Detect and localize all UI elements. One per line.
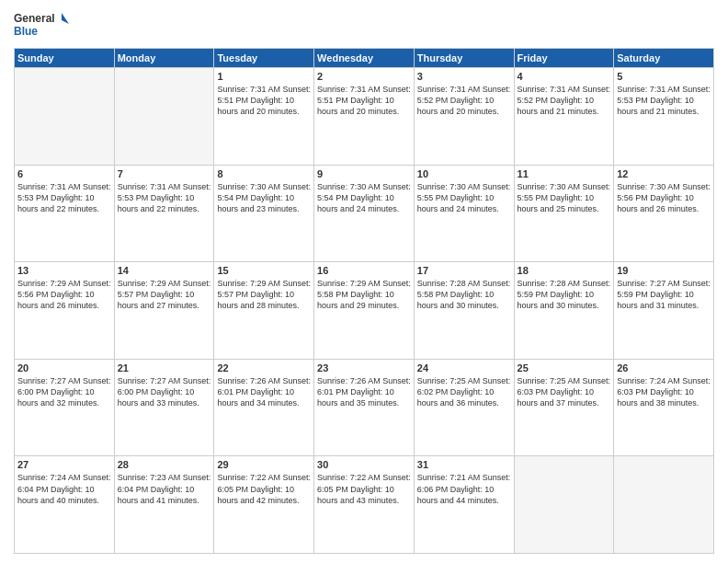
day-number: 8 bbox=[217, 168, 311, 179]
weekday-header: Saturday bbox=[614, 49, 714, 68]
day-info: Sunrise: 7:29 AM Sunset: 5:58 PM Dayligh… bbox=[317, 278, 411, 311]
weekday-header: Thursday bbox=[414, 49, 514, 68]
day-info: Sunrise: 7:21 AM Sunset: 6:06 PM Dayligh… bbox=[417, 472, 511, 505]
day-number: 12 bbox=[617, 168, 711, 179]
day-info: Sunrise: 7:29 AM Sunset: 5:57 PM Dayligh… bbox=[217, 278, 311, 311]
day-number: 20 bbox=[17, 362, 111, 373]
day-info: Sunrise: 7:30 AM Sunset: 5:54 PM Dayligh… bbox=[217, 181, 311, 214]
calendar-cell: 4Sunrise: 7:31 AM Sunset: 5:52 PM Daylig… bbox=[514, 68, 614, 166]
day-number: 18 bbox=[518, 265, 611, 276]
day-info: Sunrise: 7:26 AM Sunset: 6:01 PM Dayligh… bbox=[317, 375, 411, 408]
day-info: Sunrise: 7:23 AM Sunset: 6:04 PM Dayligh… bbox=[118, 472, 211, 505]
day-info: Sunrise: 7:30 AM Sunset: 5:54 PM Dayligh… bbox=[317, 181, 411, 214]
calendar-cell: 27Sunrise: 7:24 AM Sunset: 6:04 PM Dayli… bbox=[15, 456, 115, 554]
calendar-week-row: 13Sunrise: 7:29 AM Sunset: 5:56 PM Dayli… bbox=[15, 262, 714, 360]
calendar-week-row: 20Sunrise: 7:27 AM Sunset: 6:00 PM Dayli… bbox=[15, 359, 714, 456]
calendar-cell: 16Sunrise: 7:29 AM Sunset: 5:58 PM Dayli… bbox=[314, 262, 415, 360]
calendar-cell: 22Sunrise: 7:26 AM Sunset: 6:01 PM Dayli… bbox=[214, 359, 314, 456]
calendar-cell: 6Sunrise: 7:31 AM Sunset: 5:53 PM Daylig… bbox=[15, 165, 115, 262]
day-info: Sunrise: 7:31 AM Sunset: 5:51 PM Dayligh… bbox=[217, 84, 311, 117]
day-info: Sunrise: 7:29 AM Sunset: 5:56 PM Dayligh… bbox=[17, 278, 111, 311]
calendar-cell: 24Sunrise: 7:25 AM Sunset: 6:02 PM Dayli… bbox=[414, 359, 514, 456]
day-info: Sunrise: 7:31 AM Sunset: 5:51 PM Dayligh… bbox=[317, 84, 411, 117]
logo: General Blue bbox=[14, 9, 69, 42]
calendar-cell: 1Sunrise: 7:31 AM Sunset: 5:51 PM Daylig… bbox=[214, 68, 314, 166]
logo-svg: General Blue bbox=[14, 9, 69, 42]
calendar-cell: 18Sunrise: 7:28 AM Sunset: 5:59 PM Dayli… bbox=[514, 262, 614, 360]
day-number: 23 bbox=[317, 362, 411, 373]
day-number: 14 bbox=[118, 265, 211, 276]
calendar-cell bbox=[114, 68, 214, 166]
day-number: 10 bbox=[417, 168, 511, 179]
calendar-cell: 17Sunrise: 7:28 AM Sunset: 5:58 PM Dayli… bbox=[414, 262, 514, 360]
day-info: Sunrise: 7:27 AM Sunset: 5:59 PM Dayligh… bbox=[617, 278, 711, 311]
day-number: 9 bbox=[317, 168, 411, 179]
calendar-cell: 7Sunrise: 7:31 AM Sunset: 5:53 PM Daylig… bbox=[114, 165, 214, 262]
calendar-week-row: 27Sunrise: 7:24 AM Sunset: 6:04 PM Dayli… bbox=[15, 456, 714, 554]
day-info: Sunrise: 7:22 AM Sunset: 6:05 PM Dayligh… bbox=[217, 472, 311, 505]
calendar-cell: 9Sunrise: 7:30 AM Sunset: 5:54 PM Daylig… bbox=[314, 165, 415, 262]
page: General Blue SundayMondayTuesdayWednesda… bbox=[0, 0, 728, 563]
calendar-cell: 14Sunrise: 7:29 AM Sunset: 5:57 PM Dayli… bbox=[114, 262, 214, 360]
weekday-header: Tuesday bbox=[214, 49, 314, 68]
day-info: Sunrise: 7:24 AM Sunset: 6:03 PM Dayligh… bbox=[617, 375, 711, 408]
day-number: 13 bbox=[17, 265, 111, 276]
calendar-cell: 26Sunrise: 7:24 AM Sunset: 6:03 PM Dayli… bbox=[614, 359, 714, 456]
day-number: 3 bbox=[417, 71, 511, 82]
day-info: Sunrise: 7:25 AM Sunset: 6:02 PM Dayligh… bbox=[417, 375, 511, 408]
day-info: Sunrise: 7:31 AM Sunset: 5:52 PM Dayligh… bbox=[518, 84, 611, 117]
day-info: Sunrise: 7:27 AM Sunset: 6:00 PM Dayligh… bbox=[118, 375, 211, 408]
day-info: Sunrise: 7:26 AM Sunset: 6:01 PM Dayligh… bbox=[217, 375, 311, 408]
calendar-week-row: 1Sunrise: 7:31 AM Sunset: 5:51 PM Daylig… bbox=[15, 68, 714, 166]
day-info: Sunrise: 7:31 AM Sunset: 5:53 PM Dayligh… bbox=[118, 181, 211, 214]
day-info: Sunrise: 7:31 AM Sunset: 5:53 PM Dayligh… bbox=[617, 84, 711, 117]
day-info: Sunrise: 7:30 AM Sunset: 5:56 PM Dayligh… bbox=[617, 181, 711, 214]
day-number: 4 bbox=[518, 71, 611, 82]
calendar-cell: 12Sunrise: 7:30 AM Sunset: 5:56 PM Dayli… bbox=[614, 165, 714, 262]
day-number: 17 bbox=[417, 265, 511, 276]
day-number: 31 bbox=[417, 459, 511, 470]
header: General Blue bbox=[14, 9, 714, 42]
calendar-header-row: SundayMondayTuesdayWednesdayThursdayFrid… bbox=[15, 49, 714, 68]
calendar-table: SundayMondayTuesdayWednesdayThursdayFrid… bbox=[14, 48, 714, 554]
calendar-cell: 11Sunrise: 7:30 AM Sunset: 5:55 PM Dayli… bbox=[514, 165, 614, 262]
day-number: 30 bbox=[317, 459, 411, 470]
calendar-cell: 5Sunrise: 7:31 AM Sunset: 5:53 PM Daylig… bbox=[614, 68, 714, 166]
day-info: Sunrise: 7:30 AM Sunset: 5:55 PM Dayligh… bbox=[518, 181, 611, 214]
day-number: 28 bbox=[118, 459, 211, 470]
calendar-cell: 23Sunrise: 7:26 AM Sunset: 6:01 PM Dayli… bbox=[314, 359, 415, 456]
day-info: Sunrise: 7:22 AM Sunset: 6:05 PM Dayligh… bbox=[317, 472, 411, 505]
calendar-cell: 31Sunrise: 7:21 AM Sunset: 6:06 PM Dayli… bbox=[414, 456, 514, 554]
day-info: Sunrise: 7:25 AM Sunset: 6:03 PM Dayligh… bbox=[518, 375, 611, 408]
day-info: Sunrise: 7:24 AM Sunset: 6:04 PM Dayligh… bbox=[17, 472, 111, 505]
day-info: Sunrise: 7:30 AM Sunset: 5:55 PM Dayligh… bbox=[417, 181, 511, 214]
weekday-header: Sunday bbox=[15, 49, 115, 68]
day-number: 25 bbox=[518, 362, 611, 373]
day-info: Sunrise: 7:29 AM Sunset: 5:57 PM Dayligh… bbox=[118, 278, 211, 311]
svg-text:General: General bbox=[14, 12, 55, 25]
day-number: 5 bbox=[617, 71, 711, 82]
day-number: 7 bbox=[118, 168, 211, 179]
day-number: 16 bbox=[317, 265, 411, 276]
day-info: Sunrise: 7:27 AM Sunset: 6:00 PM Dayligh… bbox=[17, 375, 111, 408]
day-number: 29 bbox=[217, 459, 311, 470]
calendar-cell: 19Sunrise: 7:27 AM Sunset: 5:59 PM Dayli… bbox=[614, 262, 714, 360]
weekday-header: Friday bbox=[514, 49, 614, 68]
calendar-week-row: 6Sunrise: 7:31 AM Sunset: 5:53 PM Daylig… bbox=[15, 165, 714, 262]
day-number: 22 bbox=[217, 362, 311, 373]
day-info: Sunrise: 7:31 AM Sunset: 5:53 PM Dayligh… bbox=[17, 181, 111, 214]
calendar-cell: 28Sunrise: 7:23 AM Sunset: 6:04 PM Dayli… bbox=[114, 456, 214, 554]
calendar-cell: 2Sunrise: 7:31 AM Sunset: 5:51 PM Daylig… bbox=[314, 68, 415, 166]
calendar-cell: 15Sunrise: 7:29 AM Sunset: 5:57 PM Dayli… bbox=[214, 262, 314, 360]
weekday-header: Wednesday bbox=[314, 49, 415, 68]
day-number: 24 bbox=[417, 362, 511, 373]
day-number: 1 bbox=[217, 71, 311, 82]
day-info: Sunrise: 7:28 AM Sunset: 5:58 PM Dayligh… bbox=[417, 278, 511, 311]
day-number: 11 bbox=[518, 168, 611, 179]
day-number: 26 bbox=[617, 362, 711, 373]
svg-marker-2 bbox=[62, 13, 69, 24]
day-info: Sunrise: 7:28 AM Sunset: 5:59 PM Dayligh… bbox=[518, 278, 611, 311]
svg-text:Blue: Blue bbox=[14, 25, 38, 38]
day-number: 27 bbox=[17, 459, 111, 470]
calendar-cell: 30Sunrise: 7:22 AM Sunset: 6:05 PM Dayli… bbox=[314, 456, 415, 554]
